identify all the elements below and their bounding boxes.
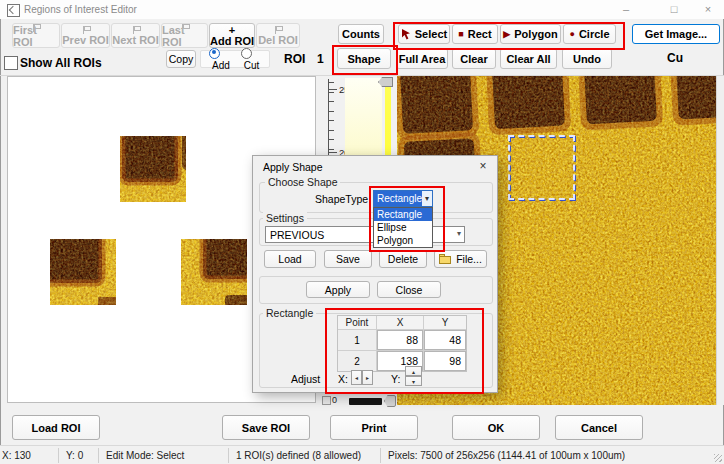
maximize-button[interactable]: □ bbox=[660, 1, 688, 16]
next-roi-button[interactable]: Next ROI bbox=[111, 23, 160, 48]
circle-tool-button[interactable]: ● Circle bbox=[563, 24, 616, 44]
del-roi-button[interactable]: Del ROI bbox=[256, 23, 300, 48]
dropdown-option-ellipse[interactable]: Ellipse bbox=[374, 221, 432, 234]
col-header-point: Point bbox=[338, 316, 376, 329]
dialog-title: Apply Shape bbox=[263, 161, 323, 173]
roi-selection-rect[interactable] bbox=[508, 135, 575, 200]
show-all-rois-checkbox[interactable] bbox=[4, 56, 18, 70]
shape-type-dropdown-list: Rectangle Ellipse Polygon bbox=[373, 207, 433, 248]
show-all-rois-label: Show All ROIs bbox=[20, 56, 102, 70]
settings-combobox[interactable]: PREVIOUS ▾ bbox=[265, 226, 465, 243]
add-cut-radio-group: Add Cut bbox=[200, 50, 270, 68]
rect-tool-button[interactable]: ■ Rect bbox=[452, 24, 498, 44]
status-pixels: Pixels: 7500 of 256x256 (1144.41 of 100u… bbox=[388, 450, 625, 461]
print-button[interactable]: Print bbox=[330, 415, 418, 440]
right-edge-strip bbox=[716, 76, 724, 405]
status-y-coordinate: Y: 0 bbox=[66, 450, 83, 461]
row-label-2: 2 bbox=[338, 351, 376, 371]
full-area-button[interactable]: Full Area bbox=[396, 48, 448, 69]
counts-button[interactable]: Counts bbox=[338, 24, 384, 44]
undo-button[interactable]: Undo bbox=[562, 48, 612, 69]
status-bar: X: 130 Y: 0 Edit Mode: Select 1 ROI(s) d… bbox=[0, 445, 724, 464]
cancel-button[interactable]: Cancel bbox=[555, 415, 643, 440]
dropdown-option-polygon[interactable]: Polygon bbox=[374, 234, 432, 247]
combobox-dropdown-icon[interactable]: ▾ bbox=[422, 191, 432, 206]
title-bar: Regions of Interest Editor – □ × bbox=[0, 0, 724, 19]
adjust-label: Adjust bbox=[291, 373, 320, 385]
close-dialog-button[interactable]: Close bbox=[377, 281, 441, 298]
row-label-1: 1 bbox=[338, 330, 376, 350]
add-radio-dot bbox=[209, 48, 220, 59]
element-label: Cu bbox=[667, 51, 683, 65]
load-roi-button[interactable]: Load ROI bbox=[12, 415, 100, 440]
col-header-y: Y bbox=[424, 316, 466, 329]
file-button[interactable]: File... bbox=[434, 250, 487, 268]
add-roi-plus-icon: + bbox=[229, 26, 235, 35]
roi-patch bbox=[50, 239, 116, 305]
col-header-x: X bbox=[377, 316, 423, 329]
point1-x-field[interactable]: 88 bbox=[377, 330, 423, 350]
add-radio[interactable]: Add bbox=[209, 48, 231, 71]
resize-grip[interactable] bbox=[714, 454, 722, 462]
roi-patch bbox=[181, 239, 247, 305]
apply-button[interactable]: Apply bbox=[306, 281, 370, 298]
choose-shape-label: Choose Shape bbox=[265, 176, 340, 188]
save-button[interactable]: Save bbox=[324, 250, 372, 268]
roi-number: 1 bbox=[317, 52, 324, 66]
adjust-y-up-button[interactable]: ▴ bbox=[405, 366, 422, 376]
app-icon bbox=[7, 4, 20, 17]
colorbar-min-widget[interactable] bbox=[322, 396, 331, 405]
adjust-x-label: X: bbox=[338, 373, 348, 385]
app-window: Regions of Interest Editor – □ × First R… bbox=[0, 0, 724, 464]
prev-roi-flag-icon bbox=[82, 26, 90, 34]
dialog-close-icon[interactable]: × bbox=[475, 159, 491, 173]
apply-close-group bbox=[259, 276, 493, 304]
status-x-coordinate: X: 130 bbox=[2, 450, 31, 461]
colorbar-min-handle[interactable] bbox=[384, 395, 396, 407]
shape-type-combobox[interactable]: Rectangle ▾ bbox=[373, 190, 433, 207]
point1-y-field[interactable]: 48 bbox=[424, 330, 466, 350]
save-roi-button[interactable]: Save ROI bbox=[222, 415, 310, 440]
colorbar-min-bar[interactable] bbox=[349, 398, 382, 405]
clear-button[interactable]: Clear bbox=[452, 48, 496, 69]
dropdown-option-rectangle[interactable]: Rectangle bbox=[374, 208, 432, 221]
status-edit-mode: Edit Mode: Select bbox=[106, 450, 184, 461]
window-title: Regions of Interest Editor bbox=[24, 4, 137, 15]
first-roi-button[interactable]: First ROI bbox=[12, 23, 60, 48]
adjust-x-right-button[interactable]: ▸ bbox=[362, 370, 373, 385]
del-roi-flag-icon bbox=[274, 26, 282, 34]
get-image-button[interactable]: Get Image... bbox=[632, 24, 720, 44]
select-cursor-icon bbox=[401, 29, 411, 40]
close-button[interactable]: × bbox=[694, 1, 722, 16]
load-button[interactable]: Load bbox=[264, 250, 316, 268]
cut-radio-dot bbox=[241, 48, 252, 59]
clear-all-button[interactable]: Clear All bbox=[500, 48, 557, 69]
settings-dropdown-icon: ▾ bbox=[457, 229, 461, 238]
adjust-y-down-button[interactable]: ▾ bbox=[405, 376, 422, 386]
folder-icon bbox=[439, 254, 452, 264]
delete-button[interactable]: Delete bbox=[379, 250, 427, 268]
shape-type-value: Rectangle bbox=[374, 191, 422, 206]
polygon-icon: ▶ bbox=[503, 30, 510, 39]
select-tool-button[interactable]: Select bbox=[398, 24, 450, 44]
rectangle-group-label: Rectangle bbox=[263, 307, 316, 319]
prev-roi-button[interactable]: Prev ROI bbox=[61, 23, 110, 48]
cut-radio[interactable]: Cut bbox=[241, 48, 261, 71]
last-roi-button[interactable]: Last ROI bbox=[161, 23, 208, 48]
adjust-x-left-button[interactable]: ◂ bbox=[351, 370, 362, 385]
colorbar-min-value: 0 bbox=[332, 395, 337, 405]
add-roi-button[interactable]: + Add ROI bbox=[209, 23, 255, 48]
roi-patch bbox=[120, 136, 186, 202]
next-roi-flag-icon bbox=[132, 26, 140, 34]
shape-button[interactable]: Shape bbox=[337, 48, 391, 69]
minimize-button[interactable]: – bbox=[612, 1, 640, 16]
status-roi-count: 1 ROI(s) defined (8 allowed) bbox=[236, 450, 361, 461]
settings-label: Settings bbox=[263, 212, 307, 224]
copy-button[interactable]: Copy bbox=[166, 50, 196, 68]
point-table: Point X Y 1 88 48 2 138 98 bbox=[337, 315, 467, 372]
ok-button[interactable]: OK bbox=[452, 415, 540, 440]
polygon-tool-button[interactable]: ▶ Polygon bbox=[500, 24, 561, 44]
roi-label: ROI bbox=[284, 52, 305, 66]
apply-shape-dialog: Apply Shape × Choose Shape ShapeType Rec… bbox=[252, 155, 498, 393]
point2-y-field[interactable]: 98 bbox=[424, 351, 466, 371]
